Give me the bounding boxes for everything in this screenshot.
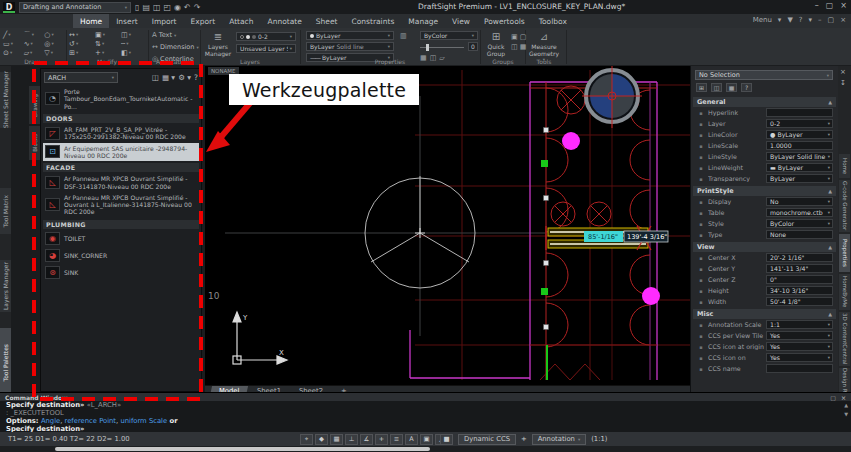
palette-item[interactable]: ◉TOILET — [43, 230, 199, 247]
sidebar-tab-tool-palettes[interactable]: Tool Palettes — [0, 328, 11, 398]
draw-tool-icon[interactable]: ○▾ — [44, 30, 63, 39]
palette-group-select[interactable]: ARCH▾ — [44, 72, 118, 83]
layer-state-select[interactable]: Unsaved Layer State▾ — [236, 44, 296, 53]
tab-export[interactable]: Export — [184, 14, 223, 28]
right-tab-3d-contentcentral[interactable]: 3D ContentCentral — [839, 312, 850, 366]
group-add-icon[interactable]: ◫ — [511, 43, 518, 51]
command-scrollbar[interactable] — [55, 447, 430, 451]
palette-tab-drawing[interactable]: Drawing — [29, 86, 40, 124]
help-icon[interactable]: ? — [799, 16, 803, 24]
property-value-select[interactable]: ByLayer▾ — [766, 174, 833, 183]
property-value-field[interactable]: 0" — [766, 275, 833, 284]
workspace-selector[interactable]: Drafting and Annotation ▾ — [19, 2, 131, 13]
property-value-field[interactable] — [766, 108, 833, 117]
palette-item[interactable]: ◕SINK_CORNER — [43, 247, 199, 264]
preview-icon[interactable]: ◉ — [174, 2, 181, 13]
property-value-select[interactable]: Yes▾ — [766, 342, 833, 351]
palette-item[interactable]: ◺Ar Panneau MR XPCB Ouvrant Simplifié - … — [43, 173, 199, 192]
palette-toggle-icon[interactable]: ▥ — [400, 32, 407, 40]
tab-view[interactable]: View — [445, 14, 477, 28]
modify-tool-icon[interactable]: ▣▾ — [95, 30, 119, 39]
palette-tab-blocks[interactable]: Blocks — [29, 126, 40, 160]
property-value-field[interactable]: 1.0000 — [766, 141, 833, 150]
property-value-select[interactable]: ▬ByLayer▾ — [766, 163, 833, 172]
property-value-select[interactable]: Yes▾ — [766, 331, 833, 340]
draw-tool-icon[interactable]: ∿▾ — [24, 39, 43, 48]
palette-item[interactable]: ⊡Ar Equipement SAS unicitaire -2948794-N… — [43, 143, 199, 162]
right-tab-properties[interactable]: Properties — [839, 234, 850, 272]
minimize-icon[interactable]: – — [815, 1, 819, 10]
layer-select[interactable]: 0-2▾ — [236, 32, 296, 41]
menu-button[interactable]: Menu — [753, 16, 772, 24]
restore-panel-icon[interactable]: ▢ — [828, 16, 835, 24]
property-value-select[interactable]: monochrome.ctb▾ — [766, 208, 833, 217]
tab-import[interactable]: Import — [145, 14, 184, 28]
palette-item[interactable]: ◸AR_FAM_PRT_2V_B_SA_PP_Vitrée - 175x250-… — [43, 124, 199, 143]
right-tab-home[interactable]: Home — [839, 154, 850, 178]
property-value-field[interactable]: 141'-11 3/4" — [766, 264, 833, 273]
view-options-icon[interactable]: ▦ ▾ — [162, 73, 175, 82]
palette-item[interactable]: ◺Ar Panneau MR XPCB Ouvrant Simplifié - … — [43, 192, 199, 218]
help-caret-icon[interactable]: ▾ — [808, 16, 812, 24]
save-icon[interactable]: ◫ — [153, 2, 161, 13]
clear-properties-icon[interactable]: ▱ — [439, 54, 444, 62]
undo-icon[interactable]: ↶ — [184, 2, 191, 13]
menu-caret-icon[interactable]: ▾ — [778, 16, 782, 24]
esnap-icon[interactable]: ⌖ — [300, 434, 313, 445]
palette-item[interactable]: ◔Porte Tambour_BoonEdam_TourniketAutomat… — [43, 86, 199, 112]
property-value-select[interactable]: 1:1▾ — [766, 320, 833, 329]
quick-select-icon[interactable]: ◫ — [711, 83, 722, 92]
sidebar-tab-layers-manager[interactable]: Layers Manager — [0, 260, 11, 312]
section-header-printstyle[interactable]: PrintStyle▲ — [693, 186, 836, 196]
lineweight-icon[interactable]: ≡ — [390, 434, 403, 445]
tab-home[interactable]: Home — [73, 14, 109, 28]
selection-filter-select[interactable]: No Selection▾ — [695, 70, 833, 80]
linecolor-select[interactable]: ByLayer▾ — [306, 31, 394, 40]
select-matching-icon[interactable]: ▦ — [726, 83, 737, 92]
drawing-canvas[interactable]: NONAME — [205, 66, 690, 385]
grid-icon[interactable]: ▦ — [330, 434, 343, 445]
modify-tool-icon[interactable]: ┄▾ — [121, 39, 145, 48]
modify-tool-icon[interactable]: ↔▾ — [69, 30, 93, 39]
annotation-vis-icon[interactable]: A — [405, 434, 418, 445]
property-value-select[interactable]: 0-2▾ — [766, 119, 833, 128]
close-command-icon[interactable]: × — [841, 394, 846, 401]
draw-tool-icon[interactable]: ⊙▾ — [3, 48, 22, 57]
draw-tool-icon[interactable]: ▽▾ — [44, 48, 63, 57]
command-option-link[interactable]: reference Point — [65, 417, 117, 425]
draw-tool-icon[interactable]: ◎▾ — [44, 39, 63, 48]
section-header-view[interactable]: View▲ — [693, 242, 836, 252]
modify-tool-icon[interactable]: ↺▾ — [69, 39, 93, 48]
property-value-select[interactable]: ByLayer Solid line▾ — [766, 152, 833, 161]
close-panel-icon[interactable]: × — [840, 68, 846, 76]
copy-properties-icon[interactable]: ◫ — [430, 54, 437, 62]
sidebar-tab-tool-matrix[interactable]: Tool Matrix — [0, 188, 11, 234]
ungroup-icon[interactable]: ▢ — [520, 33, 527, 41]
etrack-icon[interactable]: + — [375, 434, 388, 445]
draw-tool-icon[interactable]: ▱▾ — [24, 48, 43, 57]
property-value-select[interactable]: No▾ — [766, 197, 833, 206]
undock-command-icon[interactable]: ▢ — [830, 394, 836, 401]
tab-manage[interactable]: Manage — [401, 14, 445, 28]
dimension-tool[interactable]: ↔Dimension▾ — [152, 43, 199, 51]
property-value-field[interactable] — [766, 364, 833, 373]
save-all-icon[interactable]: ◰ — [164, 2, 172, 13]
open-file-icon[interactable]: ▤ — [142, 2, 150, 13]
quick-group-button[interactable]: ⊞Quick Group — [483, 31, 509, 57]
command-option-link[interactable]: uniform Scale — [120, 417, 167, 425]
modify-tool-icon[interactable]: ◧▾ — [121, 48, 145, 57]
property-value-field[interactable]: None — [766, 230, 833, 239]
property-value-field[interactable]: 20'-2 1/16" — [766, 253, 833, 262]
selection-square-icon[interactable]: ■ — [440, 434, 453, 445]
sidebar-tab-sheet-set-manager[interactable]: Sheet Set Manager — [0, 72, 11, 128]
close-icon[interactable]: × — [840, 1, 847, 10]
right-tab-g-code-generator[interactable]: G-code Generator — [839, 180, 850, 232]
polar-icon[interactable]: ∡ — [360, 434, 373, 445]
tab-sheet[interactable]: Sheet — [309, 14, 345, 28]
pointer-icon[interactable]: ◆ — [315, 434, 328, 445]
draw-tool-icon[interactable]: ⌒▾ — [24, 30, 43, 39]
property-value-field[interactable]: 34'-10 3/16" — [766, 286, 833, 295]
add-scale-button[interactable]: + — [521, 435, 527, 443]
redo-icon[interactable]: ↷ — [194, 2, 201, 13]
ortho-icon[interactable]: ⊥ — [345, 434, 358, 445]
